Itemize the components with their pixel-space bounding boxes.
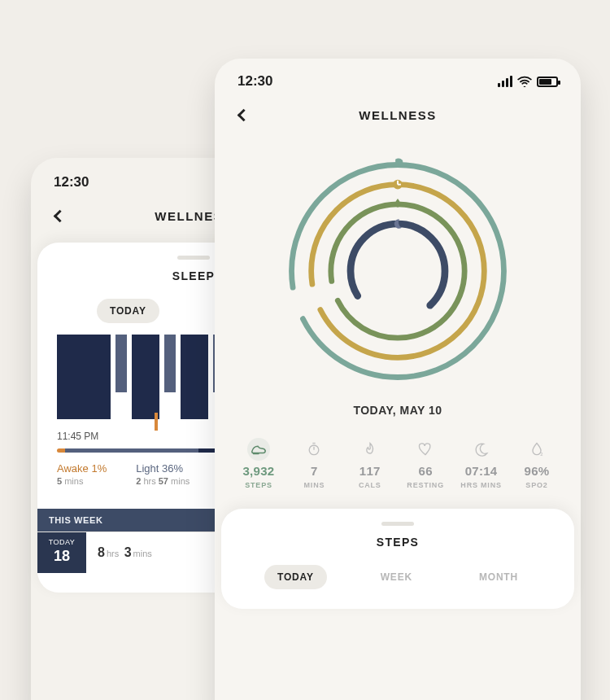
steps-card: STEPS TODAY WEEK MONTH	[221, 509, 574, 609]
moon-icon	[470, 438, 493, 461]
phone-screen-wellness: 12:30 WELLNESS	[215, 59, 581, 700]
droplet-icon: 2	[525, 438, 548, 461]
header: WELLNESS	[215, 94, 581, 135]
stat-spo2[interactable]: 2 96% SPO2	[511, 438, 563, 489]
legend-awake: Awake 1%	[57, 462, 107, 475]
svg-point-1	[312, 185, 485, 358]
stopwatch-icon	[303, 438, 325, 461]
status-time: 12:30	[237, 73, 272, 90]
stat-cals[interactable]: 117 CALS	[344, 438, 396, 489]
today-cell: TODAY 18	[37, 532, 86, 573]
chevron-left-icon	[237, 108, 250, 121]
chart-start-time: 11:45 PM	[57, 431, 98, 442]
shoe-icon	[247, 438, 270, 461]
svg-point-3	[351, 224, 445, 318]
back-button[interactable]	[233, 104, 254, 125]
tab-month[interactable]: MONTH	[466, 565, 531, 589]
date-label: TODAY, MAY 10	[215, 404, 581, 417]
status-bar: 12:30	[215, 59, 581, 94]
back-button[interactable]	[49, 205, 70, 226]
card-title: STEPS	[221, 536, 574, 549]
stat-mins[interactable]: 7 MINS	[288, 438, 340, 489]
svg-rect-6	[398, 184, 401, 186]
tabs: TODAY WEEK MONTH	[221, 549, 574, 589]
header-title: WELLNESS	[359, 108, 436, 122]
status-icons	[498, 76, 558, 87]
today-total: 8hrs 3mins	[98, 545, 154, 560]
flame-icon	[359, 438, 381, 461]
activity-rings	[215, 135, 581, 389]
svg-point-0	[292, 165, 504, 378]
status-time: 12:30	[54, 174, 89, 190]
legend-light: Light 36%	[136, 462, 190, 475]
tab-week[interactable]: WEEK	[368, 565, 425, 589]
wifi-icon	[517, 76, 532, 87]
stat-steps[interactable]: 3,932 STEPS	[233, 438, 285, 489]
wake-marker-icon	[155, 413, 158, 431]
heart-icon	[414, 438, 437, 461]
drag-handle[interactable]	[381, 522, 414, 526]
battery-icon	[537, 77, 558, 87]
legend-awake-sub: 5 mins	[57, 476, 107, 486]
stat-sleep[interactable]: 07:14 HRS MINS	[455, 438, 508, 489]
drag-handle[interactable]	[177, 256, 210, 260]
tab-today[interactable]: TODAY	[264, 565, 327, 589]
chevron-left-icon	[53, 209, 66, 222]
legend-light-sub: 2 hrs 57 mins	[136, 476, 190, 486]
svg-text:2: 2	[540, 452, 542, 457]
cell-signal-icon	[498, 76, 512, 87]
tab-today[interactable]: TODAY	[97, 299, 159, 323]
stat-row: 3,932 STEPS 7 MINS 117 CALS 66 RESTING	[215, 417, 581, 497]
stat-resting[interactable]: 66 RESTING	[399, 438, 451, 489]
